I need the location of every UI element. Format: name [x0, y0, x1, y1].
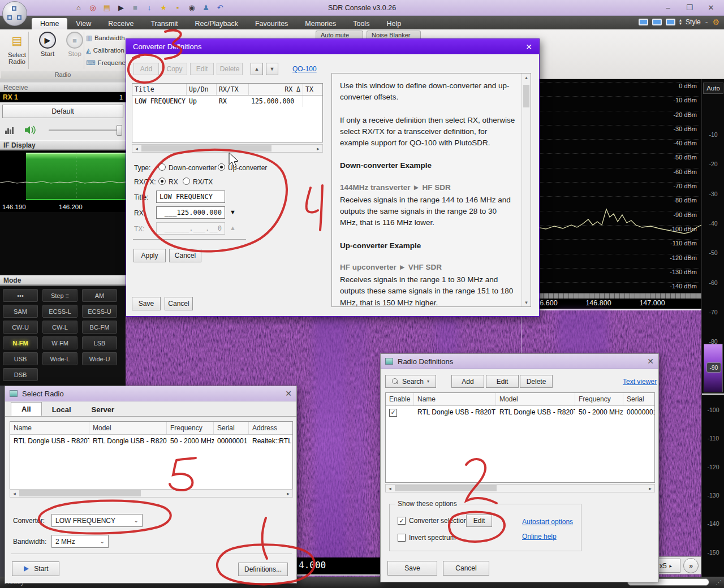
autostart-options-link[interactable]: Autostart options [522, 518, 573, 526]
form-cancel-button[interactable]: Cancel [169, 249, 201, 262]
close-button[interactable]: ✕ [701, 1, 721, 14]
rx-bar[interactable]: RX 1 1 [0, 92, 126, 102]
ribbon-tab[interactable]: Tools [344, 18, 378, 29]
stop-button[interactable]: ■ Stop [60, 32, 89, 71]
ribbon-mini-item[interactable]: ⌨ Frequency [86, 57, 126, 69]
move-down-button[interactable]: ▼ [266, 63, 278, 75]
mode-button[interactable]: Wide-U [82, 352, 117, 365]
volume-slider-track[interactable] [49, 129, 118, 131]
maximize-button[interactable]: ❐ [680, 1, 699, 14]
ribbon-tab[interactable]: Home [32, 18, 67, 29]
mode-button[interactable]: Wide-L [42, 352, 77, 365]
bandwidth-dropdown[interactable]: 2 MHz ⌄ [51, 535, 109, 548]
gain-gradient-slider[interactable]: -90 [704, 344, 723, 392]
table-row[interactable]: ✓ RTL Dongle USB - R820T RTL Dongle USB … [386, 406, 654, 419]
speaker-icon[interactable] [24, 125, 37, 135]
table-hscrollbar[interactable]: ◂ ▸ [10, 489, 293, 498]
radio-source-tab[interactable]: Local [42, 403, 81, 416]
dialog-titlebar[interactable]: Converter Definitions ✕ [126, 39, 539, 54]
ribbon-mini-item[interactable]: ▥ Bandwidth [86, 32, 126, 44]
table-row[interactable]: RTL Dongle USB - R820T RTL Dongle USB - … [10, 435, 292, 447]
fast-forward-button[interactable]: » [683, 558, 699, 573]
gain-slider-handle[interactable]: -90 [706, 362, 721, 373]
down-converter-radio[interactable] [158, 163, 166, 171]
move-up-button[interactable]: ▲ [251, 63, 263, 75]
save-button[interactable]: Save [387, 561, 437, 576]
rxtx-radio[interactable] [183, 178, 190, 185]
equalizer-icon[interactable] [5, 126, 16, 135]
delete-button[interactable]: Delete [520, 375, 553, 388]
auto-gain-button[interactable]: Auto [703, 83, 723, 94]
chevron-down-icon[interactable]: ⌄ [705, 20, 709, 24]
cancel-button[interactable]: Cancel [443, 561, 489, 576]
qo100-link[interactable]: QO-100 [292, 65, 317, 73]
rx-offset-input[interactable]: ___125.000.000 [156, 206, 225, 219]
ribbon-tab[interactable]: Favourites [247, 18, 296, 29]
dialog-titlebar[interactable]: Select Radio ✕ [5, 386, 296, 401]
edit-button[interactable]: Edit [486, 375, 519, 388]
converter-table[interactable]: Title Up/Dn RX/TX RX Δ TX LOW FREQUENCY … [132, 83, 323, 142]
spin-updown-icon[interactable]: ▴▾ [679, 19, 682, 25]
converter-selection-option[interactable]: ✓ Converter selection [398, 517, 467, 525]
monitor-icon[interactable] [666, 19, 675, 25]
up-converter-radio[interactable] [218, 163, 225, 171]
mode-button[interactable]: W-FM [42, 336, 77, 349]
select-radio-button[interactable]: ▤ Select Radio [2, 32, 32, 71]
radio-source-tab[interactable]: All [11, 402, 42, 416]
style-menu[interactable]: Style [686, 18, 701, 26]
mode-button[interactable]: CW-U [3, 321, 38, 334]
definitions-table[interactable]: Enable Name Model Frequency Serial ✓ RTL… [385, 392, 655, 483]
ribbon-tab[interactable]: View [67, 18, 100, 29]
start-radio-button[interactable]: Start [12, 561, 59, 576]
mode-button[interactable]: DSB [3, 368, 38, 381]
resize-grip[interactable]: ⋰ [716, 579, 722, 586]
definitions-button[interactable]: Definitions... [238, 563, 288, 576]
if-display[interactable] [0, 150, 126, 202]
invert-spectrum-checkbox[interactable] [398, 534, 406, 542]
monitor-icon[interactable] [639, 19, 648, 25]
ribbon-tab[interactable]: Receive [100, 18, 142, 29]
mode-button[interactable]: ECSS-U [82, 305, 117, 318]
mode-button[interactable]: LSB [82, 336, 117, 349]
ribbon-mini-item[interactable]: ◭ Calibration [86, 44, 126, 57]
search-button[interactable]: Search ▾ [385, 375, 436, 388]
gear-icon[interactable]: ⚙ [712, 18, 719, 27]
invert-spectrum-option[interactable]: Invert spectrum [398, 534, 456, 542]
enable-checkbox[interactable]: ✓ [389, 409, 397, 417]
table-row[interactable]: LOW FREQUENCY Up RX 125.000.000 [132, 96, 322, 107]
mode-button[interactable]: CW-L [42, 321, 77, 334]
add-button[interactable]: Add [133, 63, 159, 75]
dialog-titlebar[interactable]: Radio Definitions ✕ [381, 354, 658, 369]
ribbon-tab[interactable]: Transmit [142, 18, 186, 29]
radio-source-tab[interactable]: Server [81, 403, 124, 416]
converter-selection-checkbox[interactable]: ✓ [398, 517, 406, 525]
help-vscrollbar[interactable]: ▴ ▾ [522, 74, 531, 306]
converter-dropdown[interactable]: LOW FREQUENCY ⌄ [51, 514, 143, 527]
mode-button[interactable]: USB [3, 352, 38, 365]
ribbon-tab[interactable]: Rec/Playback [187, 18, 247, 29]
minimize-button[interactable]: – [658, 1, 678, 14]
monitor-icon[interactable] [652, 19, 662, 25]
mode-button[interactable]: Step ≡ [42, 289, 77, 302]
radio-list-table[interactable]: Name Model Frequency Serial Address RTL … [10, 421, 293, 490]
volume-slider-handle[interactable] [117, 125, 122, 136]
add-button[interactable]: Add [451, 375, 484, 388]
start-button[interactable]: ▶ Start [33, 32, 62, 71]
title-input[interactable]: LOW FREQUENCY [156, 191, 225, 203]
close-icon[interactable]: ✕ [647, 357, 654, 366]
ribbon-tab[interactable]: Help [378, 18, 410, 29]
app-menu-button[interactable] [2, 1, 27, 26]
edit-button[interactable]: Edit [190, 63, 214, 75]
ribbon-tab[interactable]: Memories [296, 18, 344, 29]
mode-button[interactable]: AM [82, 289, 117, 302]
edit-converters-button[interactable]: Edit [466, 514, 492, 527]
close-icon[interactable]: ✕ [525, 42, 532, 51]
delete-button[interactable]: Delete [217, 63, 243, 75]
mode-button[interactable]: BC-FM [82, 321, 117, 334]
copy-button[interactable]: Copy [162, 63, 187, 75]
close-icon[interactable]: ✕ [285, 389, 292, 398]
save-button[interactable]: Save [132, 297, 161, 310]
cancel-button[interactable]: Cancel [165, 297, 193, 310]
default-button[interactable]: Default [2, 105, 123, 118]
table-hscrollbar[interactable]: ◂ ▸ [132, 144, 323, 153]
